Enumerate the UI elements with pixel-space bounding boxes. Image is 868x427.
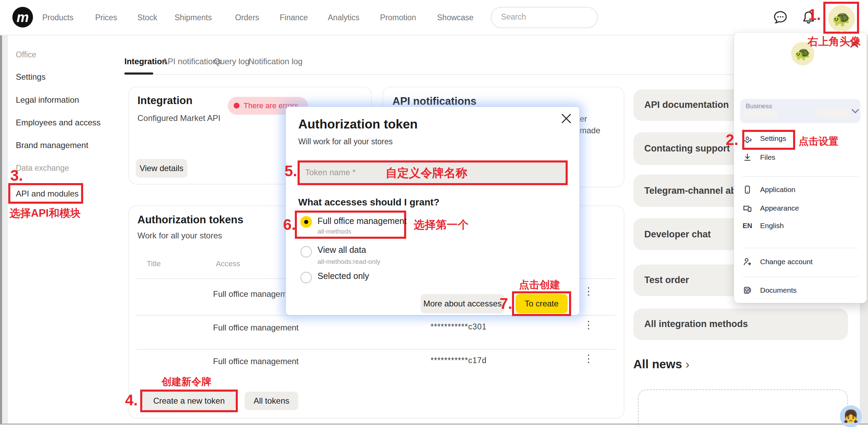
documents-icon: [742, 285, 753, 295]
sidebar-item-brand-management[interactable]: Brand management: [16, 141, 88, 150]
radio-selected-only[interactable]: [300, 272, 312, 283]
row-actions-kebab-icon[interactable]: ⋮: [583, 322, 594, 328]
annotation-step-3: 3.: [10, 167, 23, 184]
option-sub: all-methods:read-only: [318, 258, 380, 266]
menu-item-label: Files: [760, 153, 775, 161]
card-label: API documentation: [644, 100, 729, 110]
annotation-token-name: 自定义令牌名称: [386, 165, 467, 181]
column-header-access: Access: [216, 259, 240, 268]
modal-subtitle: Will work for all your stores: [298, 137, 393, 146]
appearance-devices-icon: [742, 203, 753, 213]
top-navigation-bar: m Products Prices Stock Shipments Orders…: [0, 0, 868, 35]
user-avatar[interactable]: 🐢: [828, 5, 855, 32]
table-divider: [137, 349, 615, 350]
sidebar-item-legal-information[interactable]: Legal information: [16, 95, 79, 105]
card-label: Test order: [644, 275, 689, 285]
annotation-step-6: 6.: [283, 216, 296, 233]
nav-item-prices[interactable]: Prices: [95, 13, 117, 22]
change-account-icon: [742, 257, 753, 267]
card-label: Developer chat: [644, 229, 711, 240]
nav-item-stock[interactable]: Stock: [137, 13, 157, 22]
sidebar-item-api-and-modules[interactable]: API and modules: [16, 189, 79, 199]
nav-item-shipments[interactable]: Shipments: [175, 13, 212, 22]
nav-item-promotion[interactable]: Promotion: [380, 13, 416, 22]
tab-integration[interactable]: Integration: [124, 57, 167, 66]
close-icon[interactable]: [559, 112, 573, 125]
tab-api-notifications[interactable]: API notifications: [162, 57, 221, 66]
chat-icon[interactable]: [772, 10, 788, 25]
menu-item-label: Settings: [760, 134, 786, 143]
app-screen: m Products Prices Stock Shipments Orders…: [0, 0, 868, 427]
token-row-value: ***********c301: [431, 322, 487, 332]
news-placeholder-card: [638, 389, 848, 427]
chevron-right-icon: ›: [686, 357, 690, 371]
token-row-value: ***********c17d: [431, 356, 487, 365]
create-new-token-button[interactable]: Create a new token: [142, 392, 236, 410]
card-label: All integration methods: [644, 319, 748, 329]
integration-card-subtitle: Configured Market API: [137, 113, 220, 123]
access-question: What accesses should I grant?: [298, 197, 439, 208]
menu-item-language[interactable]: EN English: [742, 222, 784, 230]
menu-divider: [742, 277, 858, 277]
user-avatar-highlight-box: 🐢: [823, 2, 859, 34]
menu-item-label: Documents: [760, 286, 797, 294]
menu-item-documents[interactable]: Documents: [742, 285, 797, 295]
token-row-access: Full office management: [213, 323, 299, 333]
annotation-avatar-hint: 右上角头像: [808, 34, 861, 49]
error-dot-icon: [234, 103, 240, 109]
sidebar-item-employees-and-access[interactable]: Employees and access: [16, 118, 101, 127]
business-select[interactable]: Business: [740, 99, 860, 123]
search-input[interactable]: [501, 12, 587, 22]
tab-query-log[interactable]: Query log: [214, 57, 249, 66]
bottom-edge-line: [0, 424, 868, 425]
annotation-select-api: 选择API和模块: [10, 206, 81, 221]
to-create-button[interactable]: To create: [515, 294, 568, 313]
tab-notification-log[interactable]: Notification log: [248, 57, 302, 66]
support-avatar-emoji: 👧: [843, 409, 859, 424]
card-all-integration-methods[interactable]: All integration methods: [633, 308, 848, 340]
option-label: Selected only: [318, 271, 369, 281]
option-sub: all-methods: [318, 228, 351, 235]
menu-item-files[interactable]: Files: [742, 152, 775, 162]
nav-item-showcase[interactable]: Showcase: [437, 13, 474, 22]
nav-item-products[interactable]: Products: [42, 13, 74, 22]
market-logo[interactable]: m: [12, 7, 33, 27]
annotation-step-1: 1.: [808, 6, 821, 23]
radio-full-office-management[interactable]: [300, 216, 312, 228]
menu-item-change-account[interactable]: Change account: [742, 257, 813, 267]
menu-divider: [742, 248, 858, 248]
annotation-step-5: 5.: [285, 162, 297, 180]
nav-item-analytics[interactable]: Analytics: [328, 13, 359, 22]
nav-item-orders[interactable]: Orders: [235, 13, 259, 22]
blurred-business-id: [817, 110, 851, 118]
tokens-card-title: Authorization tokens: [137, 214, 243, 226]
annotation-step-2: 2.: [726, 131, 738, 148]
language-code-badge: EN: [742, 222, 753, 230]
menu-item-settings[interactable]: Settings: [742, 133, 786, 144]
blurred-business-name: [743, 110, 778, 119]
nav-item-finance[interactable]: Finance: [280, 13, 308, 22]
menu-item-label: Application: [760, 186, 795, 194]
view-details-button[interactable]: View details: [136, 159, 187, 178]
sidebar-section-data-exchange: Data exchange: [16, 164, 69, 173]
more-about-accesses-button[interactable]: More about accesses: [421, 294, 504, 313]
logo-glyph: m: [16, 10, 29, 25]
account-dropdown-panel: 🐢 Business Settings Files: [734, 33, 867, 303]
all-news-link[interactable]: All news ›: [633, 357, 689, 371]
row-actions-kebab-icon[interactable]: ⋮: [583, 355, 594, 362]
all-tokens-button[interactable]: All tokens: [245, 392, 298, 410]
gear-icon: [742, 133, 753, 144]
sidebar-item-settings[interactable]: Settings: [16, 72, 46, 82]
search-box: [491, 7, 598, 28]
smartphone-icon: [742, 184, 753, 195]
chevron-down-icon: [851, 106, 860, 115]
menu-item-appearance[interactable]: Appearance: [742, 203, 799, 213]
column-header-title: Title: [147, 259, 161, 268]
menu-item-application[interactable]: Application: [742, 184, 795, 195]
support-chat-avatar[interactable]: 👧: [840, 405, 862, 427]
radio-view-all-data[interactable]: [300, 246, 312, 258]
row-actions-kebab-icon[interactable]: ⋮: [583, 288, 594, 295]
modal-title: Authorization token: [298, 117, 418, 132]
menu-item-label: English: [760, 222, 784, 230]
token-row-access: Full office management: [213, 357, 299, 366]
